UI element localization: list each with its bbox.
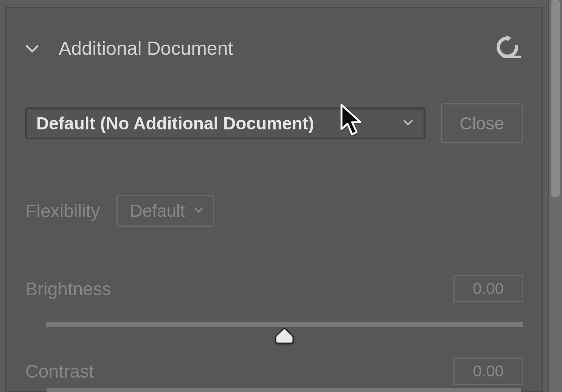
reset-button[interactable] — [494, 34, 523, 62]
flexibility-row: Flexibility Default — [25, 195, 523, 227]
panel-header: Additional Document — [25, 34, 523, 62]
additional-document-dropdown[interactable]: Default (No Additional Document) — [25, 107, 425, 139]
dropdown-selected-label: Default (No Additional Document) — [36, 113, 403, 134]
brightness-value-input[interactable]: 0.00 — [453, 275, 523, 302]
close-button[interactable]: Close — [441, 103, 523, 143]
flexibility-dropdown[interactable]: Default — [116, 195, 214, 227]
panel-container: Additional Document Default (No Addition… — [0, 0, 548, 392]
vertical-scrollbar[interactable] — [548, 0, 562, 392]
brightness-slider-thumb[interactable] — [273, 326, 295, 346]
contrast-row: Contrast 0.00 — [25, 358, 523, 385]
brightness-slider[interactable] — [25, 322, 523, 327]
brightness-slider-track — [46, 322, 523, 327]
brightness-head: Brightness 0.00 — [25, 275, 523, 302]
scrollbar-thumb[interactable] — [551, 0, 560, 197]
contrast-slider-track[interactable] — [47, 388, 521, 392]
panel-title: Additional Document — [59, 37, 233, 59]
contrast-head: Contrast 0.00 — [25, 358, 523, 385]
brightness-label: Brightness — [25, 278, 111, 299]
panel-header-left: Additional Document — [25, 37, 233, 59]
flexibility-selected-label: Default — [130, 201, 185, 221]
chevron-down-icon — [194, 207, 203, 215]
contrast-label: Contrast — [25, 361, 94, 382]
contrast-value-input[interactable]: 0.00 — [453, 358, 523, 385]
svg-rect-0 — [503, 56, 521, 58]
panel-collapse-toggle[interactable] — [25, 43, 39, 54]
brightness-row: Brightness 0.00 — [25, 275, 523, 327]
chevron-down-icon — [403, 119, 415, 128]
reset-icon — [494, 34, 523, 61]
chevron-down-icon — [25, 43, 39, 54]
document-row: Default (No Additional Document) Close — [25, 103, 523, 143]
flexibility-label: Flexibility — [25, 201, 100, 221]
additional-document-panel: Additional Document Default (No Addition… — [5, 7, 543, 392]
